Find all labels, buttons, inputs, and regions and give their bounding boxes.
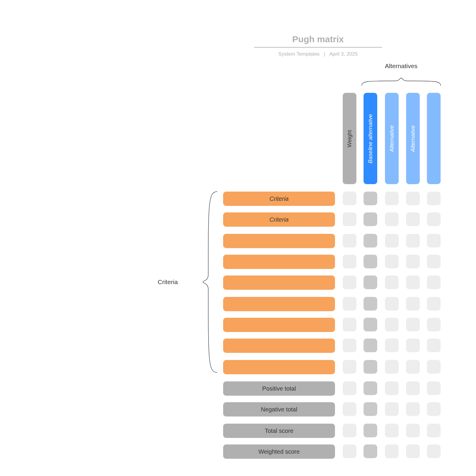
cell-alt[interactable] — [427, 360, 441, 374]
total-row-text: Positive total — [262, 385, 296, 392]
criteria-row-label[interactable] — [223, 318, 335, 332]
meta-date: April 3, 2025 — [329, 51, 358, 57]
cell-alt[interactable] — [406, 381, 420, 395]
criteria-brace-icon — [203, 192, 217, 372]
cell-alt[interactable] — [385, 444, 399, 458]
cell-baseline[interactable] — [364, 339, 377, 352]
column-baseline-header[interactable]: Baseline alternative — [364, 93, 377, 184]
cell-alt[interactable] — [385, 234, 399, 248]
cell-baseline[interactable] — [364, 255, 377, 268]
cell-weight[interactable] — [343, 275, 356, 289]
cell-weight[interactable] — [343, 192, 356, 205]
meta-source: System Templates — [278, 51, 320, 57]
cell-alt[interactable] — [385, 339, 399, 352]
cell-alt[interactable] — [385, 275, 399, 289]
cell-alt[interactable] — [406, 318, 420, 331]
column-alternative-header[interactable] — [427, 93, 441, 184]
cell-alt[interactable] — [385, 360, 399, 374]
cell-alt[interactable] — [406, 424, 420, 437]
cell-alt[interactable] — [406, 339, 420, 352]
column-weight-header[interactable]: Weight — [343, 93, 356, 184]
criteria-row-label[interactable]: Criteria — [223, 192, 335, 206]
cell-weight[interactable] — [343, 318, 356, 331]
cell-alt[interactable] — [406, 192, 420, 205]
criteria-row-label[interactable] — [223, 275, 335, 290]
cell-alt[interactable] — [385, 402, 399, 416]
cell-alt[interactable] — [427, 402, 441, 416]
title-underline — [254, 47, 382, 48]
cell-alt[interactable] — [385, 192, 399, 205]
cell-alt[interactable] — [427, 318, 441, 331]
cell-alt[interactable] — [427, 234, 441, 248]
cell-alt[interactable] — [385, 424, 399, 437]
cell-alt[interactable] — [427, 212, 441, 226]
cell-baseline[interactable] — [364, 275, 377, 289]
cell-weight[interactable] — [343, 234, 356, 248]
cell-alt[interactable] — [406, 360, 420, 374]
cell-alt[interactable] — [427, 381, 441, 395]
cell-alt[interactable] — [385, 297, 399, 311]
cell-alt[interactable] — [427, 424, 441, 437]
cell-alt[interactable] — [406, 212, 420, 226]
cell-alt[interactable] — [406, 234, 420, 248]
cell-alt[interactable] — [385, 381, 399, 395]
cell-alt[interactable] — [427, 255, 441, 268]
column-weight-label: Weight — [346, 130, 353, 147]
alternatives-brace-icon — [362, 78, 441, 86]
total-row-label[interactable]: Total score — [223, 424, 335, 438]
cell-alt[interactable] — [427, 275, 441, 289]
cell-weight[interactable] — [343, 424, 356, 437]
cell-baseline[interactable] — [364, 297, 377, 311]
criteria-row-label[interactable] — [223, 255, 335, 269]
cell-baseline[interactable] — [364, 444, 377, 458]
column-alternative-label: Alternative — [410, 125, 416, 152]
cell-alt[interactable] — [406, 297, 420, 311]
criteria-row-text: Criteria — [270, 195, 289, 202]
cell-alt[interactable] — [385, 318, 399, 331]
cell-alt[interactable] — [427, 297, 441, 311]
cell-alt[interactable] — [406, 402, 420, 416]
cell-weight[interactable] — [343, 212, 356, 226]
cell-baseline[interactable] — [364, 360, 377, 374]
meta-line: System Templates | April 3, 2025 — [254, 51, 382, 57]
cell-alt[interactable] — [385, 212, 399, 226]
cell-weight[interactable] — [343, 339, 356, 352]
criteria-row-label[interactable] — [223, 360, 335, 374]
total-row-text: Negative total — [261, 406, 297, 413]
cell-alt[interactable] — [406, 275, 420, 289]
column-alternative-header[interactable]: Alternative — [406, 93, 420, 184]
criteria-row-label[interactable] — [223, 297, 335, 311]
criteria-row-label[interactable]: Criteria — [223, 212, 335, 227]
cell-weight[interactable] — [343, 360, 356, 374]
cell-alt[interactable] — [427, 444, 441, 458]
total-row-label[interactable]: Positive total — [223, 381, 335, 396]
total-row-text: Total score — [265, 428, 294, 434]
cell-alt[interactable] — [427, 192, 441, 205]
cell-alt[interactable] — [406, 444, 420, 458]
total-row-text: Weighted score — [259, 448, 300, 455]
cell-baseline[interactable] — [364, 424, 377, 437]
cell-baseline[interactable] — [364, 234, 377, 248]
total-row-label[interactable]: Weighted score — [223, 444, 335, 459]
cell-weight[interactable] — [343, 297, 356, 311]
column-alternative-header[interactable]: Alternative — [385, 93, 399, 184]
cell-weight[interactable] — [343, 402, 356, 416]
cell-baseline[interactable] — [364, 192, 377, 205]
column-baseline-label: Baseline alternative — [367, 114, 374, 163]
alternatives-group-label: Alternatives — [362, 62, 441, 70]
cell-baseline[interactable] — [364, 212, 377, 226]
cell-alt[interactable] — [406, 255, 420, 268]
criteria-row-label[interactable] — [223, 339, 335, 353]
cell-weight[interactable] — [343, 255, 356, 268]
cell-alt[interactable] — [427, 339, 441, 352]
cell-baseline[interactable] — [364, 402, 377, 416]
cell-weight[interactable] — [343, 444, 356, 458]
column-alternative-label: Alternative — [389, 125, 395, 152]
meta-separator: | — [324, 51, 325, 57]
criteria-row-label[interactable] — [223, 234, 335, 248]
cell-weight[interactable] — [343, 381, 356, 395]
total-row-label[interactable]: Negative total — [223, 402, 335, 416]
cell-baseline[interactable] — [364, 318, 377, 331]
cell-baseline[interactable] — [364, 381, 377, 395]
cell-alt[interactable] — [385, 255, 399, 268]
